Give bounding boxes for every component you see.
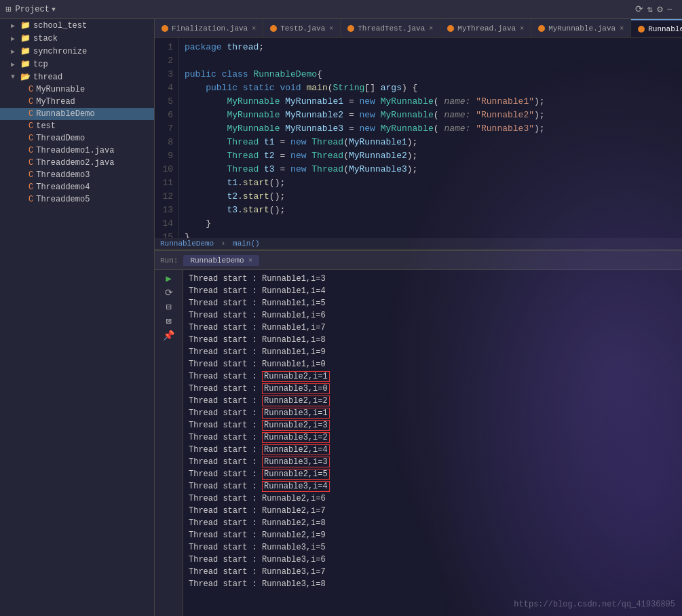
java-icon: C: [29, 158, 33, 168]
sync-icon[interactable]: ⟳: [635, 3, 643, 15]
sidebar-item-threaddemo[interactable]: C ThreadDemo: [0, 132, 154, 145]
output-line: Thread start : Runnable3,i=1: [189, 407, 677, 419]
sidebar-item-tcp[interactable]: ▶ 📁 tcp: [0, 58, 154, 71]
sidebar-item-label: Threaddemo2.java: [36, 158, 114, 168]
breadcrumb-part1[interactable]: RunnableDemo: [160, 239, 214, 248]
output-line: Thread start : Runnable1,i=6: [189, 309, 677, 322]
breadcrumb-separator: ›: [221, 239, 226, 248]
sidebar-item-runnableddemo[interactable]: C RunnableDemo: [0, 108, 154, 120]
tab-file-icon: [447, 25, 454, 32]
run-content: ▶ ⟳ ⊟ ⊠ 📌 Thread start : Runnable1,i=3Th…: [155, 270, 682, 616]
tab-file-icon: [162, 25, 168, 32]
output-line: Thread start : Runnable2,i=9: [189, 529, 677, 541]
tab-close-icon[interactable]: ×: [329, 25, 333, 33]
tab-close-icon[interactable]: ×: [520, 25, 524, 33]
output-line: Thread start : Runnable2,i=4: [189, 444, 677, 456]
run-pin-icon[interactable]: 📌: [162, 330, 176, 341]
run-tab[interactable]: RunnableDemo ×: [183, 255, 259, 266]
run-output[interactable]: Thread start : Runnable1,i=3Thread start…: [183, 270, 682, 616]
watermark: https://blog.csdn.net/qq_41936805: [514, 600, 675, 609]
sort-icon[interactable]: ⇅: [647, 3, 653, 15]
breadcrumb-part2[interactable]: main(): [233, 239, 260, 248]
tab-myrunnable[interactable]: MyRunnable.java ×: [531, 19, 631, 38]
output-line: Thread start : Runnable1,i=4: [189, 285, 677, 297]
tab-threadtest[interactable]: ThreadTest.java ×: [341, 19, 440, 38]
tab-label: RunnableDemo: [648, 25, 682, 33]
output-line: Thread start : Runnable3,i=0: [189, 383, 677, 395]
sidebar-item-mythread[interactable]: C MyThread: [0, 96, 154, 108]
sidebar-item-synchronize[interactable]: ▶ 📁 synchronize: [0, 45, 154, 58]
output-line: Thread start : Runnable2,i=2: [189, 395, 677, 407]
run-print-icon[interactable]: ⊟: [162, 301, 176, 313]
folder-icon: 📁: [20, 20, 31, 31]
tab-close-icon[interactable]: ×: [620, 25, 624, 33]
code-content[interactable]: package thread; public class RunnableDem…: [179, 38, 682, 238]
run-stop-icon[interactable]: ⟳: [162, 287, 176, 299]
sidebar-item-label: Threaddemo3: [36, 170, 90, 180]
run-tab-label: RunnableDemo: [190, 256, 244, 265]
settings-icon[interactable]: ⚙: [657, 3, 662, 15]
output-line: Thread start : Runnable3,i=6: [189, 554, 677, 566]
java-icon: C: [29, 85, 33, 94]
sidebar-item-label: Threaddemo1.java: [36, 146, 114, 155]
content-area: ▶ 📁 school_test ▶ 📁 stack ▶ 📁 synchroniz…: [0, 19, 682, 616]
code-editor: 12345 678910 1112131415 package thread; …: [155, 38, 682, 238]
tab-label: MyRunnable.java: [548, 24, 615, 33]
output-line: Thread start : Runnable1,i=9: [189, 346, 677, 358]
code-area[interactable]: 12345 678910 1112131415 package thread; …: [155, 38, 682, 238]
sidebar-item-myrunnable[interactable]: C MyRunnable: [0, 83, 154, 96]
output-line: Thread start : Runnable3,i=2: [189, 431, 677, 444]
tab-runnabledeemo[interactable]: RunnableDemo ×: [631, 19, 682, 38]
run-clear-icon[interactable]: ⊠: [162, 315, 176, 327]
sidebar-item-school-test[interactable]: ▶ 📁 school_test: [0, 19, 154, 32]
run-play-icon[interactable]: ▶: [162, 273, 176, 284]
tab-close-icon[interactable]: ×: [252, 25, 256, 33]
sidebar-item-label: school_test: [33, 21, 87, 31]
output-line: Thread start : Runnable3,i=3: [189, 456, 677, 468]
output-line: Thread start : Runnable1,i=0: [189, 358, 677, 370]
main-container: ⊞ Project ▾ ⟳ ⇅ ⚙ − ▶ 📁 school_test ▶ 📁 …: [0, 0, 682, 616]
java-icon: C: [29, 146, 33, 155]
run-tab-close-icon[interactable]: ×: [248, 256, 253, 265]
sidebar-item-label: MyThread: [36, 97, 75, 107]
tab-file-icon: [638, 26, 645, 33]
output-line: Thread start : Runnable2,i=6: [189, 493, 677, 505]
output-line: Thread start : Runnable3,i=7: [189, 566, 677, 578]
run-label: Run:: [160, 256, 178, 265]
tab-finalization[interactable]: Finalization.java ×: [155, 19, 263, 38]
sidebar-item-threaddemo4[interactable]: C Threaddemo4: [0, 181, 154, 193]
sidebar-item-threaddemo1[interactable]: C Threaddemo1.java: [0, 145, 154, 157]
sidebar-item-thread[interactable]: ▼ 📂 thread: [0, 71, 154, 83]
sidebar-item-label: Threaddemo5: [36, 195, 90, 204]
tab-close-icon[interactable]: ×: [429, 25, 433, 33]
dropdown-icon[interactable]: ▾: [51, 3, 56, 15]
project-icon: ⊞: [5, 3, 11, 15]
folder-icon: 📁: [20, 59, 31, 69]
output-line: Thread start : Runnable2,i=5: [189, 468, 677, 480]
sidebar-item-threaddemo5[interactable]: C Threaddemo5: [0, 193, 154, 206]
sidebar-item-label: ThreadDemo: [36, 134, 85, 143]
output-line: Thread start : Runnable3,i=4: [189, 480, 677, 493]
output-line: Thread start : Runnable1,i=5: [189, 297, 677, 309]
sidebar-item-threaddemo2[interactable]: C Threaddemo2.java: [0, 157, 154, 169]
collapse-icon[interactable]: −: [667, 4, 672, 15]
java-icon: C: [29, 134, 33, 143]
tab-mythread[interactable]: MyThread.java ×: [440, 19, 531, 38]
tab-file-icon: [270, 25, 277, 32]
sidebar-item-stack[interactable]: ▶ 📁 stack: [0, 32, 154, 45]
tabs-bar: Finalization.java × TestD.java × ThreadT…: [155, 19, 682, 38]
tab-label: ThreadTest.java: [358, 24, 425, 33]
output-line: Thread start : Runnable2,i=3: [189, 419, 677, 431]
sidebar-item-label: MyRunnable: [36, 85, 85, 94]
arrow-icon: ▶: [11, 47, 19, 56]
tab-testd[interactable]: TestD.java ×: [263, 19, 341, 38]
java-icon: C: [29, 182, 33, 192]
sidebar-item-test[interactable]: C test: [0, 120, 154, 132]
sidebar-item-label: tcp: [33, 60, 48, 69]
sidebar-item-label: stack: [33, 34, 58, 43]
sidebar-item-threaddemo3[interactable]: C Threaddemo3: [0, 169, 154, 181]
arrow-icon: ▶: [11, 35, 19, 43]
output-line: Thread start : Runnable2,i=7: [189, 505, 677, 517]
output-line: Thread start : Runnable3,i=8: [189, 578, 677, 590]
run-sidebar: ▶ ⟳ ⊟ ⊠ 📌: [155, 270, 183, 616]
